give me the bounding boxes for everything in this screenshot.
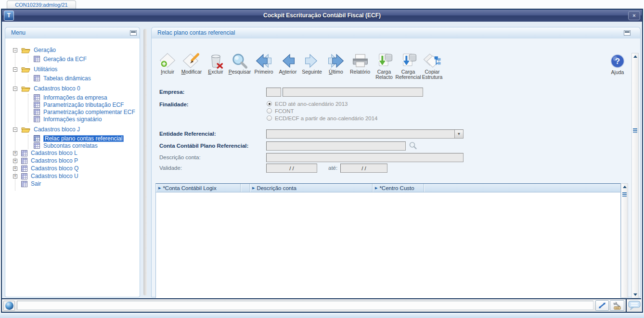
- chevron-down-icon[interactable]: ▼: [454, 130, 463, 138]
- radio-option-fcont[interactable]: FCONT: [267, 108, 294, 114]
- toolbar-button-excluir[interactable]: Excluir: [204, 53, 228, 75]
- scroll-up-icon[interactable]: [633, 55, 637, 58]
- descricao-conta-input[interactable]: [266, 153, 464, 162]
- printer-icon: [351, 53, 369, 69]
- tree-item-cadastros-bloco-u[interactable]: Cadastros bloco U: [13, 172, 140, 180]
- tree-item-cadastros-bloco-l[interactable]: Cadastros bloco L: [13, 149, 140, 157]
- toolbar-button-relatorio[interactable]: Relatório: [348, 53, 372, 75]
- column-header-descricao-conta[interactable]: ▶ Descrição conta: [250, 184, 373, 192]
- radio-icon[interactable]: [267, 108, 272, 114]
- toolbar-label: Anterior: [279, 69, 297, 75]
- scroll-down-icon[interactable]: [633, 293, 637, 296]
- toolbar-button-pesquisar[interactable]: Pesquisar: [228, 53, 252, 75]
- toolbar-button-modificar[interactable]: Modificar: [180, 53, 204, 75]
- toolbar-button-incluir[interactable]: Incluir: [155, 53, 180, 75]
- collapse-panel-icon[interactable]: [624, 30, 631, 36]
- tree-item-label: Geração: [34, 47, 56, 53]
- chat-button[interactable]: [628, 301, 641, 312]
- setup-button[interactable]: [610, 300, 624, 311]
- toolbar-button-carga-referencial[interactable]: CargaReferencial: [396, 53, 420, 80]
- tree-collapse-icon[interactable]: [13, 127, 17, 132]
- last-arrow-icon: [327, 53, 345, 69]
- toolbar-label: CargaRelacto: [375, 69, 393, 80]
- tree-collapse-icon[interactable]: [13, 48, 17, 52]
- tree-children: Tabelas dinâmicas: [28, 75, 140, 82]
- tree-children: Informações da empresa Parametrização tr…: [28, 94, 140, 123]
- resize-button[interactable]: [595, 300, 609, 311]
- folder-icon: [21, 47, 30, 53]
- panel-splitter[interactable]: [143, 29, 147, 295]
- tree-item-cadastros-bloco-q[interactable]: Cadastros bloco Q: [13, 165, 140, 172]
- radio-icon[interactable]: [267, 115, 272, 121]
- download-database-green-icon: [375, 53, 393, 69]
- close-button[interactable]: ×: [628, 11, 640, 20]
- tree-children: Relac plano contas referencial Subcontas…: [28, 135, 140, 149]
- tree-item-cadastros-bloco-p[interactable]: Cadastros bloco P: [13, 157, 140, 165]
- tree-item-subcontas-correlatas[interactable]: Subcontas correlatas: [28, 142, 140, 149]
- column-header-label: Descrição conta: [257, 185, 296, 191]
- grid-icon: [34, 116, 40, 122]
- tree-collapse-icon[interactable]: [13, 87, 17, 91]
- connection-status-button[interactable]: [3, 301, 15, 311]
- toolbar-button-ultimo[interactable]: Último: [324, 53, 348, 75]
- entidade-referencial-select[interactable]: ▼: [266, 129, 464, 139]
- tree-item-sair[interactable]: Sair: [13, 180, 140, 188]
- tree-expand-icon[interactable]: [13, 151, 17, 155]
- tree-collapse-icon[interactable]: [13, 67, 17, 72]
- download-database-blue-icon: [399, 53, 417, 69]
- tree-expand-icon[interactable]: [13, 166, 17, 171]
- collapse-panel-icon[interactable]: [130, 30, 137, 36]
- first-arrow-icon: [255, 53, 273, 69]
- panel-vertical-scrollbar[interactable]: [631, 53, 639, 298]
- tree-item-parametrizacao-tributacao-ecf[interactable]: Parametrização tributação ECF: [28, 101, 140, 108]
- grid-icon: [34, 94, 40, 101]
- toolbar-button-seguinte[interactable]: Seguinte: [300, 53, 324, 75]
- toolbar-button-carga-relacto[interactable]: CargaRelacto: [372, 53, 396, 80]
- scrollbar-grip[interactable]: [633, 128, 637, 133]
- validade-from-input[interactable]: [266, 164, 317, 173]
- help-button[interactable]: ? Ajuda: [606, 54, 629, 75]
- toolbar-button-primeiro[interactable]: Primeiro: [252, 53, 276, 75]
- tree-expand-icon[interactable]: [13, 159, 17, 163]
- tree-item-label: Parametrização tributação ECF: [43, 102, 124, 108]
- column-header-spacer[interactable]: [241, 184, 250, 192]
- tree-item-tabelas-dinamicas[interactable]: Tabelas dinâmicas: [28, 75, 140, 82]
- tree-item-label: Utilitários: [34, 66, 57, 73]
- trash-icon: [206, 53, 225, 69]
- radio-option-ecd-ecf-2014[interactable]: ECD/ECF a partir de ano-calendário 2014: [267, 115, 378, 121]
- chat-bubble-icon: [628, 301, 641, 310]
- tree-item-parametrizacao-complementar-ecf[interactable]: Parametrização complementar ECF: [28, 108, 140, 115]
- radio-label: FCONT: [275, 108, 294, 114]
- tree-item-informacoes-signatario[interactable]: Informações signatário: [28, 115, 140, 123]
- tree-item-cadastros-bloco-0[interactable]: Cadastros bloco 0: [13, 85, 140, 92]
- session-tab[interactable]: CON10239:admlog/21: [7, 0, 76, 9]
- scroll-up-icon[interactable]: [623, 186, 627, 188]
- tree-expand-icon[interactable]: [13, 174, 17, 178]
- table-vertical-scrollbar[interactable]: [621, 183, 628, 298]
- toolbar-button-copiar-estrutura[interactable]: CopiarEstrutura: [420, 53, 444, 80]
- conta-contabil-input[interactable]: [266, 141, 406, 151]
- tree-item-geracao[interactable]: Geração: [13, 46, 140, 54]
- toolbar-button-anterior[interactable]: Anterior: [276, 53, 300, 75]
- tree-item-utilitarios[interactable]: Utilitários: [13, 65, 140, 73]
- tree-item-cadastros-bloco-j[interactable]: Cadastros bloco J: [13, 126, 140, 133]
- empresa-code-input[interactable]: [266, 88, 281, 97]
- magnifier-icon: [231, 53, 249, 69]
- footer-divider: [626, 299, 627, 312]
- validade-to-input[interactable]: [340, 164, 387, 173]
- status-message-field: [17, 301, 593, 310]
- tree-item-relac-plano-contas-referencial[interactable]: Relac plano contas referencial: [28, 135, 140, 142]
- grid-icon: [34, 75, 40, 81]
- radio-option-ecd-2013[interactable]: ECD até ano-calendário 2013: [267, 101, 348, 107]
- radio-checked-icon[interactable]: [267, 101, 272, 106]
- empresa-name-input[interactable]: [283, 88, 423, 97]
- svg-text:?: ?: [615, 57, 619, 66]
- tree-item-geracao-da-ecf[interactable]: Geração da ECF: [28, 55, 140, 63]
- tree-item-informacoes-da-empresa[interactable]: Informações da empresa: [28, 94, 140, 101]
- column-header-centro-custo[interactable]: ▶ *Centro Custo: [373, 184, 424, 192]
- validade-label: Validade:: [159, 165, 182, 171]
- column-header-conta-contabil-logix[interactable]: ▶ *Conta Contábil Logix: [156, 184, 241, 192]
- scrollbar-grip[interactable]: [622, 192, 627, 197]
- folder-icon: [21, 66, 30, 73]
- lookup-magnifier-icon[interactable]: [409, 141, 417, 150]
